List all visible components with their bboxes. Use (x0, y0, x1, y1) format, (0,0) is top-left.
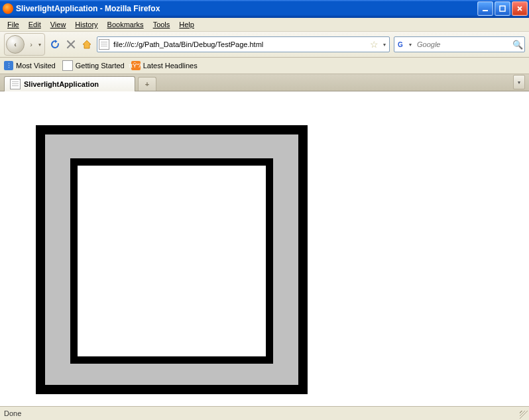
navigation-toolbar: ‹ › ▾ ☆ ▾ G ▾ 🔍 (0, 32, 529, 58)
menu-help[interactable]: Help (174, 19, 199, 30)
reload-button[interactable] (49, 38, 61, 50)
bookmarks-toolbar: ⋮ Most Visited Getting Started πŸ“Ά Late… (0, 58, 529, 74)
bookmark-star-icon[interactable]: ☆ (370, 39, 379, 50)
back-forward-group: ‹ › ▾ (4, 33, 45, 56)
url-input[interactable] (112, 40, 367, 49)
google-icon: G (396, 40, 405, 49)
status-text: Done (4, 409, 21, 417)
forward-button[interactable]: › (26, 38, 36, 51)
search-bar[interactable]: G ▾ 🔍 (394, 36, 525, 52)
back-button[interactable]: ‹ (6, 35, 25, 54)
menu-edit[interactable]: Edit (24, 19, 46, 30)
bookmark-label: Latest Headlines (143, 62, 198, 70)
svg-rect-5 (78, 166, 266, 356)
silverlight-path-figure (7, 99, 312, 403)
tab-page-icon (10, 79, 21, 89)
bookmark-label: Getting Started (76, 62, 125, 70)
url-bar[interactable]: ☆ ▾ (97, 36, 390, 52)
bookmark-getting-started[interactable]: Getting Started (62, 60, 125, 71)
svg-rect-0 (483, 10, 488, 11)
minimize-button[interactable] (477, 1, 493, 16)
tab-label: SliverlightApplication (24, 80, 99, 88)
window-title: SliverlightApplication - Mozilla Firefox (16, 4, 160, 13)
menu-tools[interactable]: Tools (148, 19, 175, 30)
menu-history[interactable]: History (70, 19, 102, 30)
menu-file[interactable]: File (3, 19, 24, 30)
maximize-button[interactable] (495, 1, 510, 16)
menu-bar: File Edit View History Bookmarks Tools H… (0, 18, 529, 32)
svg-rect-1 (500, 6, 505, 11)
page-icon (62, 60, 73, 71)
search-engine-dropdown[interactable]: ▾ (407, 42, 414, 48)
status-bar: Done (0, 406, 529, 420)
tab-strip: SliverlightApplication + ▾ (0, 74, 529, 91)
most-visited-icon: ⋮ (4, 61, 13, 70)
stop-button[interactable] (65, 38, 77, 50)
resize-grip-icon[interactable] (520, 411, 528, 419)
search-go-icon[interactable]: 🔍 (512, 40, 523, 50)
close-button[interactable] (512, 1, 528, 16)
menu-bookmarks[interactable]: Bookmarks (103, 19, 148, 30)
tab-list-dropdown[interactable]: ▾ (513, 75, 525, 89)
back-forward-dropdown[interactable]: ▾ (36, 42, 43, 48)
search-input[interactable] (416, 40, 510, 49)
window-titlebar: SliverlightApplication - Mozilla Firefox (0, 0, 529, 18)
page-icon (99, 39, 109, 50)
bookmark-latest-headlines[interactable]: πŸ“Ά Latest Headlines (131, 61, 198, 70)
home-button[interactable] (81, 38, 93, 50)
bookmark-most-visited[interactable]: ⋮ Most Visited (4, 61, 56, 70)
menu-view[interactable]: View (46, 19, 71, 30)
new-tab-button[interactable]: + (138, 77, 156, 91)
url-history-dropdown[interactable]: ▾ (381, 42, 388, 48)
tab-active[interactable]: SliverlightApplication (4, 76, 135, 91)
page-content (0, 91, 529, 411)
bookmark-label: Most Visited (16, 62, 56, 70)
rss-icon: πŸ“Ά (131, 61, 141, 70)
firefox-icon (3, 3, 13, 14)
